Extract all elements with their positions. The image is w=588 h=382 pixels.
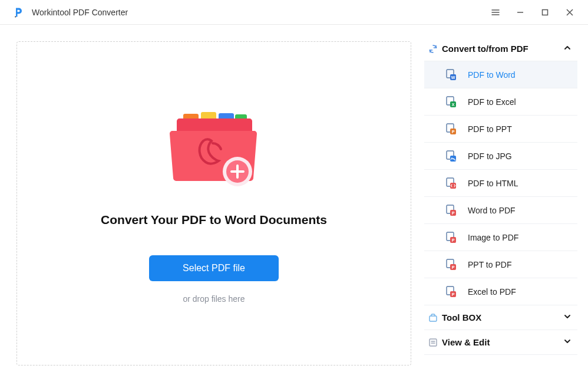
to-pdf-icon: P (445, 232, 468, 243)
svg-text:W: W (451, 75, 455, 80)
window-controls (485, 2, 580, 22)
svg-text:P: P (452, 265, 455, 269)
view-edit-icon (424, 338, 442, 347)
close-button[interactable] (560, 2, 580, 22)
sidebar-item-pdf-to-ppt[interactable]: P PDF to PPT (424, 116, 577, 143)
jpg-badge-icon (445, 150, 468, 162)
sidebar-convert-items: W PDF to Word X PDF to Excel P PDF to PP… (424, 61, 577, 305)
app-logo-icon (13, 6, 25, 18)
svg-rect-33 (430, 316, 437, 321)
sidebar-section-label: View & Edit (442, 337, 563, 347)
svg-text:P: P (452, 130, 455, 134)
title-left: Workintool PDF Converter (13, 6, 128, 18)
word-badge-icon: W (445, 69, 468, 81)
drop-hint: or drop files here (183, 294, 245, 304)
sidebar-item-label: PDF to HTML (468, 179, 518, 188)
sidebar-item-label: PDF to Word (468, 70, 516, 80)
sidebar-item-word-to-pdf[interactable]: P Word to PDF (424, 197, 577, 224)
svg-text:X: X (452, 103, 455, 107)
to-pdf-icon: P (445, 286, 468, 298)
svg-rect-34 (430, 339, 437, 346)
main-heading: Convert Your PDF to Word Documents (101, 213, 327, 227)
sidebar-section-view-edit[interactable]: View & Edit (424, 330, 577, 355)
svg-text:P: P (452, 211, 455, 215)
sidebar-item-label: Image to PDF (468, 233, 518, 242)
drop-zone[interactable]: Convert Your PDF to Word Documents Selec… (16, 41, 411, 365)
ppt-badge-icon: P (445, 123, 468, 135)
title-bar: Workintool PDF Converter (0, 0, 588, 25)
select-pdf-button[interactable]: Select PDF file (149, 255, 279, 281)
menu-button[interactable] (485, 2, 506, 22)
sidebar-section-label: Convert to/from PDF (442, 44, 563, 54)
sidebar: Convert to/from PDF W PDF to Word X PDF … (424, 25, 588, 382)
toolbox-icon (424, 313, 442, 322)
chevron-up-icon (563, 44, 572, 54)
sidebar-item-pdf-to-word[interactable]: W PDF to Word (424, 61, 577, 88)
main-area: Convert Your PDF to Word Documents Selec… (0, 25, 424, 382)
maximize-button[interactable] (535, 2, 555, 22)
sidebar-item-label: PPT to PDF (468, 260, 511, 269)
sidebar-item-label: PDF to JPG (468, 152, 512, 161)
excel-badge-icon: X (445, 96, 468, 108)
sidebar-item-ppt-to-pdf[interactable]: P PPT to PDF (424, 251, 577, 278)
svg-text:P: P (452, 238, 455, 242)
sidebar-item-label: PDF to Excel (468, 97, 516, 107)
sidebar-item-pdf-to-excel[interactable]: X PDF to Excel (424, 88, 577, 116)
chevron-down-icon (563, 312, 572, 323)
sidebar-item-label: Word to PDF (468, 206, 516, 215)
convert-cycle-icon (424, 44, 442, 54)
to-pdf-icon: P (445, 259, 468, 271)
svg-point-0 (15, 16, 16, 17)
minimize-button[interactable] (510, 2, 530, 22)
sidebar-section-toolbox[interactable]: Tool BOX (424, 305, 577, 330)
svg-rect-18 (450, 156, 456, 162)
pdf-folder-illustration (167, 110, 261, 195)
sidebar-item-excel-to-pdf[interactable]: P Excel to PDF (424, 278, 577, 305)
html-badge-icon (445, 177, 468, 189)
chevron-down-icon (563, 337, 572, 348)
sidebar-section-label: Tool BOX (442, 312, 563, 322)
sidebar-item-label: Excel to PDF (468, 287, 516, 297)
content: Convert Your PDF to Word Documents Selec… (0, 25, 588, 382)
svg-rect-1 (543, 9, 548, 15)
sidebar-section-convert[interactable]: Convert to/from PDF (424, 37, 577, 61)
sidebar-item-pdf-to-jpg[interactable]: PDF to JPG (424, 143, 577, 170)
sidebar-item-pdf-to-html[interactable]: PDF to HTML (424, 170, 577, 197)
sidebar-item-label: PDF to PPT (468, 124, 512, 134)
to-pdf-icon: P (445, 205, 468, 216)
app-title: Workintool PDF Converter (32, 8, 128, 17)
svg-text:P: P (452, 292, 455, 297)
sidebar-item-image-to-pdf[interactable]: P Image to PDF (424, 224, 577, 251)
